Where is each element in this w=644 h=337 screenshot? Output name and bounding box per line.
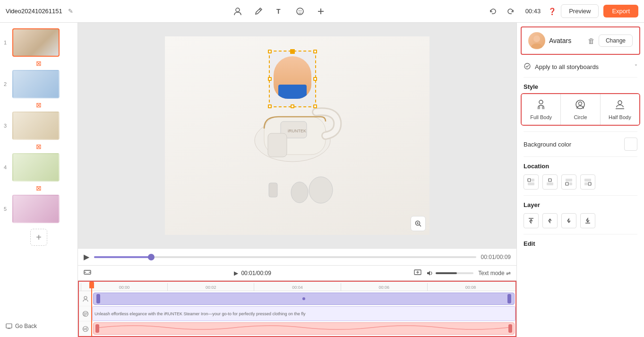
preview-thumb-btn[interactable] <box>414 268 421 277</box>
location-top-left-btn[interactable] <box>524 174 539 190</box>
ruler-mark-1: 00:02 <box>167 283 254 291</box>
tl-play-btn[interactable]: ▶ <box>234 270 238 277</box>
storyboard-thumb-2[interactable] <box>12 70 60 98</box>
clip-handle-left[interactable] <box>96 294 100 303</box>
add-storyboard-btn[interactable]: + <box>30 229 47 246</box>
location-bottom-right-btn[interactable] <box>580 174 595 190</box>
text-mode-btn[interactable]: Text mode ⇌ <box>478 270 511 277</box>
audio-clip-handle-right[interactable] <box>508 324 512 333</box>
layer-to-bottom-btn[interactable] <box>580 213 595 228</box>
canvas-content: iRUNTEK <box>165 36 429 235</box>
storyboard-number-3: 3 <box>4 123 9 129</box>
audio-fill <box>436 272 457 274</box>
zoom-btn[interactable] <box>411 216 426 231</box>
svg-rect-13 <box>268 133 287 157</box>
edit-title-icon[interactable]: ✎ <box>68 8 73 15</box>
text-track-content[interactable]: Unleash effortless elegance with the iRU… <box>92 306 515 321</box>
style-full-body[interactable]: Full Body <box>522 94 561 125</box>
avatar-track-icon <box>79 291 92 306</box>
redo-btn[interactable] <box>503 4 518 19</box>
preview-btn[interactable]: Preview <box>561 4 599 18</box>
divider-2 <box>524 131 637 132</box>
svg-line-18 <box>420 225 421 226</box>
text-track-content-area: Unleash effortless elegance with the iRU… <box>92 306 515 321</box>
clip-handle-right[interactable] <box>507 294 511 303</box>
storyboard-thumb-1[interactable] <box>12 28 60 57</box>
divider-1 <box>524 77 637 78</box>
location-bottom-left-btn[interactable] <box>561 174 576 190</box>
half-body-label: Half Body <box>609 114 631 120</box>
svg-rect-51 <box>584 179 591 181</box>
svg-line-1 <box>259 9 261 10</box>
svg-point-33 <box>533 35 540 42</box>
progress-fill <box>94 256 151 258</box>
half-body-icon <box>614 99 626 112</box>
storyboard-sep-3: ⊠ <box>0 142 77 151</box>
storyboard-item-1[interactable]: 1 <box>0 26 77 59</box>
play-btn[interactable]: ▶ <box>84 252 89 261</box>
avatar-change-btn[interactable]: Change <box>599 35 633 47</box>
location-top-center-btn[interactable] <box>542 174 558 190</box>
layer-to-top-btn[interactable] <box>524 213 539 228</box>
person-tool-btn[interactable] <box>230 4 245 19</box>
playbar: ▶ 00:01/00:09 <box>78 248 516 265</box>
apply-chevron-icon[interactable]: ˅ <box>635 64 637 70</box>
apply-to-all-row[interactable]: Apply to all storyboards ˅ <box>517 59 644 75</box>
duration-display: 00:43 <box>523 8 544 15</box>
svg-rect-45 <box>549 179 551 181</box>
storyboard-thumb-4[interactable] <box>12 153 60 181</box>
resize-handle-tr[interactable] <box>313 50 317 53</box>
audio-slider[interactable] <box>436 272 473 274</box>
resize-handle-bl[interactable] <box>268 104 272 108</box>
undo-btn[interactable] <box>486 4 501 19</box>
svg-point-15 <box>309 177 333 203</box>
storyboard-thumb-3[interactable] <box>12 112 60 140</box>
ruler-mark-4: 00:08 <box>427 283 514 291</box>
bg-color-swatch[interactable] <box>624 138 637 151</box>
storyboard-item-4[interactable]: 4 <box>0 151 77 183</box>
avatar-element[interactable] <box>269 51 316 107</box>
text-track-icon <box>79 306 92 321</box>
audio-track-clip[interactable] <box>93 322 515 335</box>
resize-handle-bc[interactable] <box>291 104 294 108</box>
storyboard-item-3[interactable]: 3 <box>0 110 77 142</box>
progress-track[interactable] <box>94 256 476 258</box>
timeline-playhead[interactable] <box>91 282 92 336</box>
svg-point-34 <box>524 63 530 69</box>
layer-down-btn[interactable] <box>561 213 576 228</box>
audio-volume-control <box>426 270 473 277</box>
storyboard-item-5[interactable]: 5 <box>0 193 77 225</box>
style-circle[interactable]: Circle <box>561 94 600 125</box>
audio-track-content <box>92 321 515 336</box>
text-tool-btn[interactable]: T <box>272 4 287 19</box>
svg-text:iRUNTEK: iRUNTEK <box>288 129 306 133</box>
brush-tool-btn[interactable] <box>251 4 266 19</box>
timeline-inner: 00:00 00:02 00:04 00:06 00:08 <box>78 281 516 337</box>
resize-handle-br[interactable] <box>313 104 317 108</box>
face-tool-btn[interactable] <box>292 4 308 19</box>
project-title: Video202410261151 <box>6 8 62 15</box>
storyboard-number-2: 2 <box>4 81 9 87</box>
svg-text:T: T <box>276 8 281 15</box>
circle-style-icon <box>575 99 586 112</box>
avatar-delete-btn[interactable]: 🗑 <box>588 37 595 45</box>
add-element-btn[interactable] <box>313 4 328 19</box>
canvas-viewport: iRUNTEK <box>78 23 516 248</box>
avatar-track-clip[interactable] <box>93 293 515 305</box>
timeline-fit-btn[interactable] <box>84 268 91 277</box>
export-btn[interactable]: Export <box>603 5 638 17</box>
timeline-area: 00:00 00:02 00:04 00:06 00:08 <box>78 280 516 337</box>
resize-handle-tc[interactable] <box>290 49 295 54</box>
resize-handle-mr[interactable] <box>313 77 317 81</box>
storyboard-thumb-5[interactable] <box>12 195 60 223</box>
resize-handle-ml[interactable] <box>268 77 272 81</box>
resize-handle-tl[interactable] <box>268 50 272 53</box>
storyboard-item-2[interactable]: 2 <box>0 68 77 100</box>
help-icon[interactable]: ❓ <box>548 8 556 15</box>
layer-up-btn[interactable] <box>542 213 558 228</box>
timeline-time-center: ▶ 00:01/00:09 <box>96 270 409 277</box>
progress-thumb[interactable] <box>148 254 155 260</box>
audio-clip-handle-left[interactable] <box>95 324 99 333</box>
style-half-body[interactable]: Half Body <box>601 94 639 125</box>
go-back-btn[interactable]: Go Back <box>0 319 77 333</box>
